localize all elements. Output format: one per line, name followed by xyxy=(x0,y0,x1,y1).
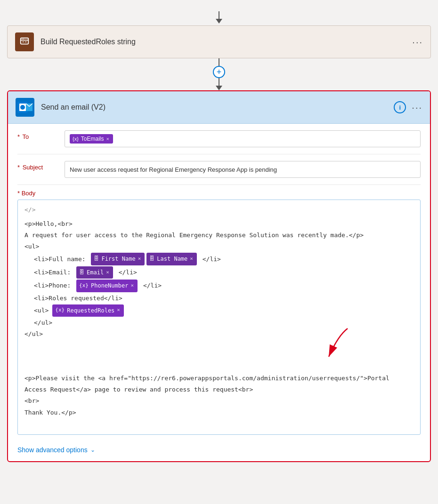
email-form: * To {x} ToEmails × * Subject xyxy=(8,124,430,461)
db-icon-lastname: 🗄 xyxy=(149,255,154,264)
to-label: * To xyxy=(17,130,65,140)
subject-field-row: * Subject New user access request for Re… xyxy=(17,154,421,185)
email-tag-label: Email xyxy=(87,268,104,277)
variable-icon-roles: {x} xyxy=(55,306,65,315)
body-required-star: * xyxy=(17,190,20,197)
email-info-button[interactable]: i xyxy=(394,101,406,113)
phone-tag-close[interactable]: × xyxy=(130,281,134,290)
body-line-phone: <li>Phone: {x} PhoneNumber × </li> xyxy=(24,280,414,292)
email-tag[interactable]: 🗄 Email × xyxy=(76,266,113,279)
svg-rect-0 xyxy=(21,38,29,44)
body-text-li-email: <li>Email: xyxy=(34,267,74,278)
body-text-ul-close: </ul> xyxy=(24,329,43,339)
body-text-li-roles: <li>Roles requested</li> xyxy=(34,293,122,304)
subject-input-area[interactable]: New user access request for Regional Eme… xyxy=(65,161,421,178)
body-text-1: <p>Hello,<br> xyxy=(24,219,73,229)
to-emails-tag-close[interactable]: × xyxy=(106,136,109,142)
requested-roles-tag-label: RequestedRoles xyxy=(67,306,114,315)
body-line-3: <ul> xyxy=(24,241,414,252)
build-block-title: Build RequestedRoles string xyxy=(41,38,412,46)
chevron-down-icon: ⌄ xyxy=(90,447,95,453)
body-text-li-fullname: <li>Full name: xyxy=(34,254,89,264)
body-line-roles: <li>Roles requested</li> xyxy=(24,293,414,304)
red-arrow-annotation xyxy=(310,326,376,364)
body-text-li-end2: </li> xyxy=(115,267,137,278)
subject-value: New user access request for Regional Eme… xyxy=(70,166,277,173)
body-text-inner-ul-close: </ul> xyxy=(34,318,52,328)
top-connector-arrow xyxy=(216,11,222,24)
email-block-title: Send an email (V2) xyxy=(41,103,394,112)
body-label: * Body xyxy=(17,190,421,197)
body-line-inner-ul: <ul> {x} RequestedRoles × xyxy=(24,304,414,317)
body-line-1: <p>Hello,<br> xyxy=(24,219,414,229)
email-action-block: Send an email (V2) i ··· * To {x} ToEmai… xyxy=(7,90,431,462)
subject-label: * Subject xyxy=(17,161,65,171)
first-name-tag-label: First Name xyxy=(101,254,135,264)
db-icon-firstname: 🗄 xyxy=(94,255,99,264)
first-name-tag[interactable]: 🗄 First Name × xyxy=(91,253,145,265)
body-text-li-end1: </li> xyxy=(199,254,221,264)
body-line-br: <br> xyxy=(24,396,414,406)
email-icon-box xyxy=(16,98,34,117)
build-more-button[interactable]: ··· xyxy=(412,37,423,48)
middle-connector: + xyxy=(213,58,225,90)
body-editor-icon: </> xyxy=(24,206,35,213)
db-icon-email: 🗄 xyxy=(79,268,84,277)
email-tag-close[interactable]: × xyxy=(106,268,109,277)
phone-tag[interactable]: {x} PhoneNumber × xyxy=(76,280,138,292)
to-field-row: * To {x} ToEmails × xyxy=(17,124,421,154)
to-emails-tag[interactable]: {x} ToEmails × xyxy=(70,134,113,144)
build-icon xyxy=(19,37,30,47)
body-editor-header: </> xyxy=(24,205,414,215)
advanced-options-button[interactable]: Show advanced options ⌄ xyxy=(17,440,421,456)
advanced-options-label: Show advanced options xyxy=(17,446,88,454)
body-text-portal2: Access Request</a> page to review and pr… xyxy=(24,384,253,395)
last-name-tag-close[interactable]: × xyxy=(190,255,193,264)
body-line-thankyou: Thank You.</p> xyxy=(24,408,414,418)
body-text-li-phone: <li>Phone: xyxy=(34,280,74,291)
phone-tag-label: PhoneNumber xyxy=(91,281,128,290)
to-input-area[interactable]: {x} ToEmails × xyxy=(65,130,421,147)
body-section: * Body </> <p>Hello,<br> A request for u… xyxy=(17,185,421,440)
requested-roles-tag-close[interactable]: × xyxy=(117,306,120,315)
email-header: Send an email (V2) i ··· xyxy=(8,91,430,124)
page-wrapper: Build RequestedRoles string ··· + Send a… xyxy=(7,9,431,495)
body-text-thankyou: Thank You.</p> xyxy=(24,408,76,418)
email-more-button[interactable]: ··· xyxy=(412,102,422,113)
body-text-li-end3: </li> xyxy=(139,280,162,291)
to-emails-tag-label: ToEmails xyxy=(81,136,104,142)
body-line-portal2: Access Request</a> page to review and pr… xyxy=(24,384,414,395)
body-text-2: A request for user access to the Regiona… xyxy=(24,230,364,240)
subject-required-star: * xyxy=(17,164,20,171)
last-name-tag-label: Last Name xyxy=(157,254,187,264)
body-text-3: <ul> xyxy=(24,241,39,252)
body-text-br: <br> xyxy=(24,396,39,406)
last-name-tag[interactable]: 🗄 Last Name × xyxy=(146,253,197,265)
outlook-icon xyxy=(16,99,33,116)
body-line-email: <li>Email: 🗄 Email × </li> xyxy=(24,266,414,279)
red-arrow-area xyxy=(24,340,414,359)
body-line-2: A request for user access to the Regiona… xyxy=(24,230,414,240)
body-editor[interactable]: </> <p>Hello,<br> A request for user acc… xyxy=(17,200,421,435)
variable-icon: {x} xyxy=(73,136,79,142)
build-icon-box xyxy=(15,32,34,51)
body-text-inner-ul: <ul> xyxy=(34,305,49,316)
svg-point-8 xyxy=(20,105,25,110)
body-text-portal: <p>Please visit the <a href="https://rer… xyxy=(24,373,389,384)
to-required-star: * xyxy=(17,133,20,140)
build-action-block: Build RequestedRoles string ··· xyxy=(7,25,431,58)
add-action-button[interactable]: + xyxy=(213,66,225,78)
variable-icon-phone: {x} xyxy=(79,281,89,290)
body-line-fullname: <li>Full name: 🗄 First Name × 🗄 Last Nam… xyxy=(24,253,414,265)
requested-roles-tag[interactable]: {x} RequestedRoles × xyxy=(52,304,124,317)
first-name-tag-close[interactable]: × xyxy=(138,255,141,264)
body-line-portal: <p>Please visit the <a href="https://rer… xyxy=(24,373,414,384)
